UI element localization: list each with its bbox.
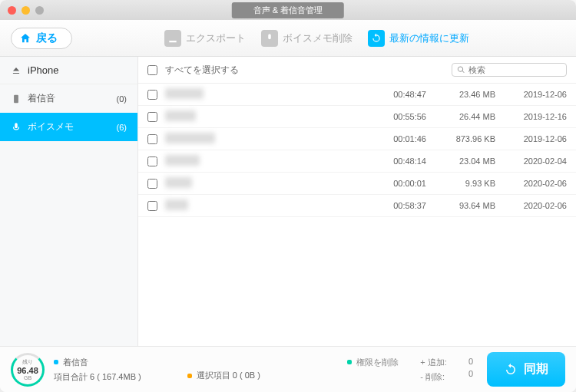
row-size: 873.96 KB [426,134,495,143]
maximize-icon [35,6,44,15]
row-date: 2020-02-06 [498,179,567,188]
row-duration: 00:00:01 [365,179,426,188]
storage-gauge: 残り 96.48 GB [11,353,45,387]
export-button[interactable]: エクスポート [164,30,246,47]
export-icon [164,30,181,47]
dot-icon [347,360,352,364]
sidebar-device-label: iPhone [28,64,58,76]
sidebar-item-ringtone[interactable]: 着信音 (0) [0,84,137,113]
stats-mid: 選択項目 0 ( 0B ) [187,357,260,381]
footer: 残り 96.48 GB 着信音 項目合計 6 ( 167.4MB ) 選択項目 … [0,346,576,392]
mic-icon [11,122,22,133]
row-duration: 00:58:37 [365,201,426,210]
sidebar-header[interactable]: iPhone [0,57,137,84]
row-date: 2019-12-16 [498,112,567,121]
search-box[interactable] [452,63,567,77]
export-label: エクスポート [186,31,246,45]
add-count: 0 [468,357,473,366]
home-icon [19,32,31,44]
row-date: 2020-02-04 [498,156,567,166]
sidebar-item-count: (6) [117,123,127,132]
stats-left: 着信音 項目合計 6 ( 167.4MB ) [54,357,141,383]
phone-icon [11,94,22,104]
row-name [165,199,365,212]
row-size: 23.04 MB [426,156,495,166]
table-row[interactable]: 00:48:4723.46 MB2019-12-06 [138,84,576,106]
toolbar: 戻る エクスポート ボイスメモ削除 最新の情報に更新 [0,20,576,57]
gauge-unit: GB [24,375,31,380]
del-label: - 削除: [420,372,445,381]
mic-delete-icon [261,30,278,47]
table-row[interactable]: 00:58:3793.64 MB2020-02-06 [138,195,576,217]
sidebar: iPhone 着信音 (0) ボイスメモ (6) [0,57,138,346]
eject-icon [11,65,22,76]
refresh-icon [368,30,385,47]
back-button[interactable]: 戻る [11,28,72,49]
close-icon[interactable] [8,6,16,15]
content: iPhone 着信音 (0) ボイスメモ (6) すべてを選択する 00:48:… [0,57,576,346]
sidebar-item-label: ボイスメモ [28,120,117,133]
table-row[interactable]: 00:48:1423.04 MB2020-02-04 [138,150,576,173]
ringtone-label: 着信音 [63,357,88,368]
row-name [165,110,365,123]
search-input[interactable] [468,65,561,74]
row-size: 93.64 MB [426,201,495,210]
refresh-label: 最新の情報に更新 [389,31,469,45]
row-checkbox[interactable] [147,90,157,100]
dot-icon [54,360,58,364]
sync-icon [504,363,518,377]
sidebar-item-voicememo[interactable]: ボイスメモ (6) [0,113,137,141]
row-checkbox[interactable] [147,156,157,166]
back-label: 戻る [36,31,58,45]
add-label: + 追加: [420,357,447,367]
row-date: 2019-12-06 [498,134,567,143]
row-checkbox[interactable] [147,134,157,144]
sync-button[interactable]: 同期 [487,352,565,387]
refresh-button[interactable]: 最新の情報に更新 [368,30,469,47]
list-header: すべてを選択する [138,57,576,84]
table-row[interactable]: 00:01:46873.96 KB2019-12-06 [138,128,576,150]
table-row[interactable]: 00:55:5626.44 MB2019-12-16 [138,106,576,128]
traffic-lights [8,6,44,15]
svg-rect-0 [14,94,18,103]
row-date: 2020-02-06 [498,201,567,210]
row-size: 9.93 KB [426,179,495,188]
selected-label: 選択項目 0 ( 0B ) [197,370,260,381]
minimize-icon[interactable] [22,6,30,15]
row-date: 2019-12-06 [498,90,567,99]
sidebar-item-label: 着信音 [28,92,117,105]
row-duration: 00:48:47 [365,90,426,99]
row-size: 23.46 MB [426,90,495,99]
rows-container: 00:48:4723.46 MB2019-12-0600:55:5626.44 … [138,84,576,346]
row-checkbox[interactable] [147,179,157,189]
row-duration: 00:55:56 [365,112,426,121]
gauge-value: 96.48 [17,366,38,375]
stats-right: 権限を削除 + 追加: - 削除: 0 0 [347,357,473,383]
sync-label: 同期 [524,361,548,377]
row-name [165,88,365,100]
total-label: 項目合計 6 ( 167.4MB ) [54,371,141,383]
gauge-label: 残り [22,358,33,366]
row-size: 26.44 MB [426,112,495,121]
row-duration: 00:48:14 [365,156,426,166]
dot-icon [187,374,192,378]
sidebar-item-count: (0) [117,94,127,104]
row-name [165,155,365,167]
row-name [165,177,365,189]
del-count: 0 [468,369,473,378]
select-all-checkbox[interactable] [147,65,157,75]
titlebar: 音声 & 着信音管理 [0,0,576,20]
delete-button[interactable]: ボイスメモ削除 [261,30,353,47]
select-all-label: すべてを選択する [165,64,444,77]
window-title: 音声 & 着信音管理 [232,2,344,18]
row-name [165,133,365,145]
row-checkbox[interactable] [147,112,157,122]
perm-delete-label: 権限を削除 [356,357,399,368]
table-row[interactable]: 00:00:019.93 KB2020-02-06 [138,173,576,195]
row-checkbox[interactable] [147,201,157,211]
main-panel: すべてを選択する 00:48:4723.46 MB2019-12-0600:55… [138,57,576,346]
delete-label: ボイスメモ削除 [283,31,353,45]
search-icon [457,65,465,74]
row-duration: 00:01:46 [365,134,426,143]
